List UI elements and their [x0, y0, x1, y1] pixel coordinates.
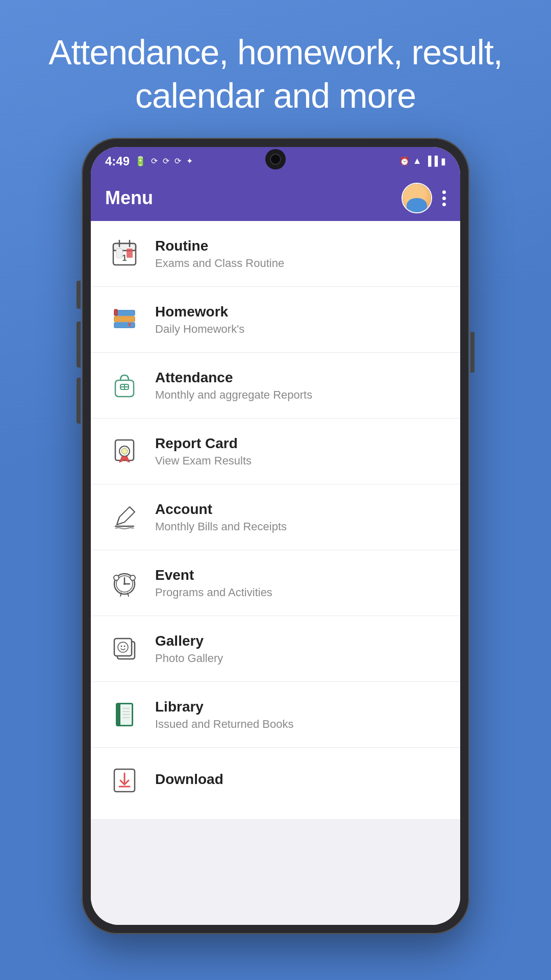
svg-rect-35 [116, 703, 120, 726]
svg-point-33 [124, 646, 126, 647]
report-card-title: Report Card [155, 435, 445, 452]
attendance-icon [106, 367, 143, 404]
account-title: Account [155, 501, 445, 518]
silent-button [77, 281, 81, 309]
hero-text: Attendance, homework, result, calendar a… [0, 0, 551, 138]
homework-text: Homework Daily Homework's [155, 304, 445, 336]
volume-up-button [77, 322, 81, 368]
svg-point-25 [114, 575, 119, 580]
attendance-title: Attendance [155, 370, 445, 386]
attendance-text: Attendance Monthly and aggregate Reports [155, 370, 445, 402]
svg-rect-5 [127, 249, 133, 258]
svg-rect-7 [114, 323, 135, 328]
menu-item-account[interactable]: Account Monthly Bills and Receipts [91, 484, 460, 550]
routine-subtitle: Exams and Class Routine [155, 257, 445, 270]
report-card-subtitle: View Exam Results [155, 454, 445, 468]
menu-item-event[interactable]: Event Programs and Activities [91, 550, 460, 616]
app-bar: Menu [91, 175, 460, 221]
app-bar-right [402, 183, 446, 213]
library-icon [106, 696, 143, 733]
avatar-image [403, 184, 431, 212]
alarm-status-icon: ⏰ [399, 156, 410, 166]
homework-subtitle: Daily Homework's [155, 323, 445, 336]
volume-down-button [77, 378, 81, 424]
menu-item-routine[interactable]: 1 Routine Exams and Class Routine [91, 221, 460, 287]
svg-point-18 [121, 448, 128, 454]
menu-list: 1 Routine Exams and Class Routine [91, 221, 460, 925]
phone-frame: 4:49 🔋 ⟳ ⟳ ⟳ ✦ ⏰ ▲ ▐▐ ▮ Menu [82, 138, 469, 934]
status-time: 4:49 [105, 154, 130, 168]
svg-point-24 [123, 583, 126, 585]
svg-point-32 [121, 646, 122, 647]
svg-rect-6 [116, 249, 122, 258]
download-title: Download [155, 771, 445, 788]
svg-text:1: 1 [122, 254, 127, 262]
notification-icon: 🔋 [135, 156, 146, 167]
homework-icon [106, 301, 143, 338]
menu-item-attendance[interactable]: Attendance Monthly and aggregate Reports [91, 353, 460, 419]
library-text: Library Issued and Returned Books [155, 699, 445, 731]
event-subtitle: Programs and Activities [155, 586, 445, 599]
report-card-text: Report Card View Exam Results [155, 435, 445, 468]
wifi-icon: ▲ [413, 156, 422, 166]
gallery-title: Gallery [155, 633, 445, 649]
menu-item-library[interactable]: Library Issued and Returned Books [91, 682, 460, 748]
library-subtitle: Issued and Returned Books [155, 718, 445, 731]
event-icon [106, 565, 143, 601]
gallery-icon [106, 630, 143, 667]
power-button [470, 332, 474, 373]
svg-point-31 [118, 642, 128, 652]
svg-rect-8 [114, 316, 135, 322]
status-icons-right: ⏰ ▲ ▐▐ ▮ [399, 156, 446, 167]
routine-text: Routine Exams and Class Routine [155, 238, 445, 270]
phone-screen: 4:49 🔋 ⟳ ⟳ ⟳ ✦ ⏰ ▲ ▐▐ ▮ Menu [91, 147, 460, 925]
account-subtitle: Monthly Bills and Receipts [155, 520, 445, 533]
app-bar-title: Menu [105, 187, 153, 209]
attendance-subtitle: Monthly and aggregate Reports [155, 388, 445, 402]
avatar-body [407, 198, 427, 212]
event-title: Event [155, 567, 445, 583]
menu-item-gallery[interactable]: Gallery Photo Gallery [91, 616, 460, 682]
library-title: Library [155, 699, 445, 715]
menu-item-report-card[interactable]: Report Card View Exam Results [91, 419, 460, 484]
routine-title: Routine [155, 238, 445, 254]
svg-point-26 [130, 575, 135, 580]
gallery-subtitle: Photo Gallery [155, 652, 445, 665]
more-options-button[interactable] [442, 190, 446, 206]
sync-icon: ⟳ [151, 156, 158, 166]
download-text: Download [155, 771, 445, 790]
slack-icon: ✦ [186, 156, 193, 166]
event-text: Event Programs and Activities [155, 567, 445, 599]
svg-rect-10 [114, 309, 117, 315]
download-icon [106, 762, 143, 799]
camera-lens [270, 154, 281, 165]
battery-icon: ▮ [441, 156, 446, 167]
report-card-icon [106, 433, 143, 470]
front-camera [265, 149, 286, 169]
sync2-icon: ⟳ [163, 156, 169, 166]
sync3-icon: ⟳ [174, 156, 181, 166]
homework-title: Homework [155, 304, 445, 320]
account-icon [106, 499, 143, 535]
menu-item-homework[interactable]: Homework Daily Homework's [91, 287, 460, 353]
account-text: Account Monthly Bills and Receipts [155, 501, 445, 533]
signal-icon: ▐▐ [424, 156, 438, 166]
routine-icon: 1 [106, 235, 143, 272]
avatar[interactable] [402, 183, 432, 213]
gallery-text: Gallery Photo Gallery [155, 633, 445, 665]
status-left: 4:49 🔋 ⟳ ⟳ ⟳ ✦ [105, 154, 193, 168]
menu-item-download[interactable]: Download [91, 748, 460, 820]
